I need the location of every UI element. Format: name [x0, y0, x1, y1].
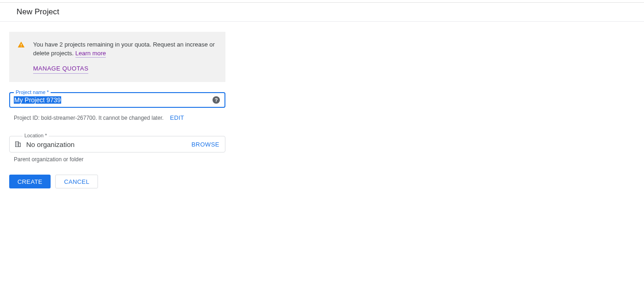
organization-icon	[14, 141, 22, 148]
help-icon[interactable]: ?	[213, 96, 220, 104]
project-name-label: Project name *	[14, 89, 51, 95]
project-name-field: Project name * My Project 9739 ? Project…	[9, 92, 225, 121]
edit-project-id-link[interactable]: EDIT	[170, 114, 184, 121]
create-button[interactable]: CREATE	[9, 175, 51, 188]
location-value: No organization	[26, 141, 187, 148]
page-title: New Project	[17, 7, 635, 17]
page-header: New Project	[0, 3, 644, 22]
warning-icon	[17, 41, 25, 48]
project-name-input[interactable]: My Project 9739	[14, 96, 61, 104]
learn-more-link[interactable]: Learn more	[75, 50, 106, 58]
svg-text:?: ?	[215, 97, 218, 103]
alert-text: You have 2 projects remaining in your qu…	[33, 41, 215, 57]
content-area: You have 2 projects remaining in your qu…	[0, 22, 644, 198]
location-input-container[interactable]: Location * No organization BROWSE	[9, 136, 225, 152]
button-row: CREATE CANCEL	[9, 175, 635, 188]
project-id-value: bold-streamer-267700	[41, 115, 95, 121]
location-label: Location *	[23, 133, 49, 138]
alert-body: You have 2 projects remaining in your qu…	[33, 40, 215, 74]
manage-quotas-link[interactable]: MANAGE QUOTAS	[33, 64, 88, 74]
location-helper: Parent organization or folder	[9, 156, 225, 163]
svg-rect-0	[21, 44, 21, 46]
project-name-input-container[interactable]: Project name * My Project 9739 ?	[9, 92, 225, 108]
project-id-helper: Project ID: bold-streamer-267700. It can…	[9, 114, 225, 121]
project-id-suffix: . It cannot be changed later.	[95, 115, 163, 121]
svg-rect-1	[21, 46, 21, 47]
project-id-prefix: Project ID:	[14, 115, 41, 121]
browse-button[interactable]: BROWSE	[191, 141, 219, 148]
location-field: Location * No organization BROWSE Parent…	[9, 136, 225, 163]
cancel-button[interactable]: CANCEL	[55, 175, 98, 188]
quota-alert: You have 2 projects remaining in your qu…	[9, 32, 225, 82]
